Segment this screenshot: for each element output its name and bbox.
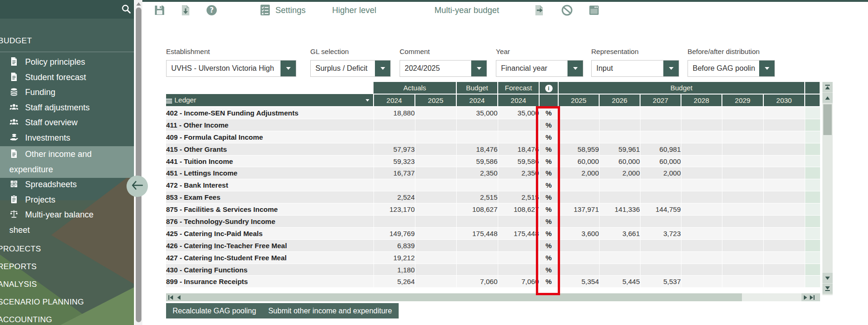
cell-budget-2030[interactable] <box>763 264 805 276</box>
cell-budget-2024[interactable]: 2,515 <box>456 191 498 203</box>
cell-budget-2026[interactable] <box>599 179 640 191</box>
cell-budget-2029[interactable] <box>722 216 763 228</box>
representation-select[interactable]: Input <box>591 60 679 77</box>
cell-budget-2026[interactable] <box>599 131 640 143</box>
percent-button[interactable]: % <box>539 143 558 155</box>
cell-budget-2029[interactable] <box>722 203 763 216</box>
ledger-cell[interactable]: 427 - Catering Inc-Student Free Meal <box>166 251 374 264</box>
cell-budget-2024[interactable]: 108,627 <box>456 203 498 216</box>
cell-actual-2025[interactable] <box>415 239 456 251</box>
cell-budget-2030[interactable] <box>763 276 805 288</box>
cell-budget-2030[interactable] <box>763 131 805 143</box>
spare-cell[interactable] <box>805 167 820 179</box>
spare-cell[interactable] <box>805 107 820 119</box>
grid-horizontal-scrollbar[interactable] <box>166 293 820 301</box>
percent-button[interactable]: % <box>539 191 558 203</box>
cell-budget-2029[interactable] <box>722 167 763 179</box>
cell-budget-2026[interactable] <box>599 264 640 276</box>
gl-selection-select[interactable]: Surplus / Deficit <box>310 60 391 77</box>
cell-budget-2027[interactable] <box>640 239 681 251</box>
cell-budget-2028[interactable] <box>681 216 722 228</box>
cell-budget-2025[interactable] <box>558 179 599 191</box>
cell-budget-2026[interactable]: 141,336 <box>599 203 640 216</box>
cell-budget-2027[interactable] <box>640 119 681 131</box>
cell-actual-2024[interactable]: 6,839 <box>374 239 415 251</box>
chevron-down-icon[interactable] <box>759 61 775 76</box>
search-icon[interactable] <box>121 4 132 16</box>
cell-actual-2025[interactable] <box>415 227 456 239</box>
cell-actual-2024[interactable]: 123,170 <box>374 203 415 216</box>
cell-budget-2028[interactable] <box>681 155 722 167</box>
percent-button[interactable]: % <box>539 119 558 131</box>
cell-budget-2026[interactable] <box>599 107 640 119</box>
cell-budget-2028[interactable] <box>681 143 722 155</box>
cell-budget-2030[interactable] <box>763 179 805 191</box>
cell-budget-2027[interactable] <box>640 107 681 119</box>
percent-button[interactable]: % <box>539 227 558 239</box>
cell-actual-2025[interactable] <box>415 167 456 179</box>
cell-actual-2024[interactable]: 59,323 <box>374 155 415 167</box>
cell-actual-2025[interactable] <box>415 216 456 228</box>
cell-budget-2026[interactable] <box>599 239 640 251</box>
help-icon[interactable]: ? <box>206 4 218 18</box>
cell-forecast-2024[interactable]: 7,060 <box>498 276 539 288</box>
cell-budget-2030[interactable] <box>763 251 805 264</box>
cell-actual-2025[interactable] <box>415 179 456 191</box>
cell-budget-2025[interactable] <box>558 239 599 251</box>
cell-budget-2025[interactable]: 3,600 <box>558 227 599 239</box>
spare-cell[interactable] <box>805 216 820 228</box>
cell-actual-2025[interactable] <box>415 264 456 276</box>
cell-budget-2025[interactable]: 58,959 <box>558 143 599 155</box>
scroll-bottom-button[interactable] <box>822 284 833 294</box>
ledger-cell[interactable]: 472 - Bank Interest <box>166 179 374 191</box>
cell-budget-2027[interactable]: 60,981 <box>640 143 681 155</box>
cell-budget-2024[interactable]: 18,476 <box>456 143 498 155</box>
establishment-select[interactable]: UVHS - Ulverston Victoria High <box>166 60 296 77</box>
cell-budget-2029[interactable] <box>722 276 763 288</box>
cell-budget-2029[interactable] <box>722 191 763 203</box>
cell-actual-2025[interactable] <box>415 107 456 119</box>
cell-actual-2025[interactable] <box>415 119 456 131</box>
sidebar-section-reports[interactable]: REPORTS <box>0 261 134 272</box>
ledger-cell[interactable]: 409 - Formula Capital Income <box>166 131 374 143</box>
sidebar-item-staff-adjustments[interactable]: Staff adjustments <box>0 101 134 116</box>
spare-cell[interactable] <box>805 203 820 216</box>
cell-actual-2025[interactable] <box>415 251 456 264</box>
ledger-cell[interactable]: 425 - Catering Inc-Paid Meals <box>166 227 374 239</box>
cell-actual-2024[interactable]: 18,880 <box>374 107 415 119</box>
sidebar-collapse-button[interactable] <box>127 176 148 197</box>
ledger-cell[interactable]: 430 - Catering Functions <box>166 264 374 276</box>
cell-budget-2029[interactable] <box>722 227 763 239</box>
chevron-down-icon[interactable] <box>663 61 679 76</box>
cell-forecast-2024[interactable] <box>498 131 539 143</box>
cell-actual-2024[interactable]: 19,212 <box>374 251 415 264</box>
cell-budget-2025[interactable] <box>558 264 599 276</box>
percent-button[interactable]: % <box>539 155 558 167</box>
chevron-down-icon[interactable] <box>568 61 583 76</box>
cell-budget-2024[interactable] <box>456 131 498 143</box>
cell-budget-2030[interactable] <box>763 155 805 167</box>
cell-budget-2025[interactable]: 60,000 <box>558 155 599 167</box>
cell-budget-2029[interactable] <box>722 131 763 143</box>
cell-budget-2030[interactable] <box>763 239 805 251</box>
comment-select[interactable]: 2024/2025 <box>400 60 487 77</box>
cell-budget-2029[interactable] <box>722 179 763 191</box>
cell-budget-2026[interactable]: 2,000 <box>599 167 640 179</box>
cell-budget-2027[interactable]: 2,000 <box>640 167 681 179</box>
spare-cell[interactable] <box>805 251 820 264</box>
cell-budget-2030[interactable] <box>763 191 805 203</box>
cell-budget-2026[interactable] <box>599 251 640 264</box>
cell-actual-2025[interactable] <box>415 191 456 203</box>
cell-budget-2024[interactable] <box>456 119 498 131</box>
cell-budget-2030[interactable] <box>763 203 805 216</box>
sidebar-section-analysis[interactable]: ANALYSIS <box>0 279 134 290</box>
cell-budget-2028[interactable] <box>681 239 722 251</box>
cell-budget-2025[interactable] <box>558 107 599 119</box>
cell-budget-2024[interactable] <box>456 216 498 228</box>
scroll-up-button[interactable] <box>822 93 833 103</box>
cell-forecast-2024[interactable]: 35,000 <box>498 107 539 119</box>
cell-actual-2024[interactable]: 16,737 <box>374 167 415 179</box>
cell-budget-2029[interactable] <box>722 107 763 119</box>
scroll-up-icon[interactable] <box>136 2 141 6</box>
cell-actual-2025[interactable] <box>415 143 456 155</box>
